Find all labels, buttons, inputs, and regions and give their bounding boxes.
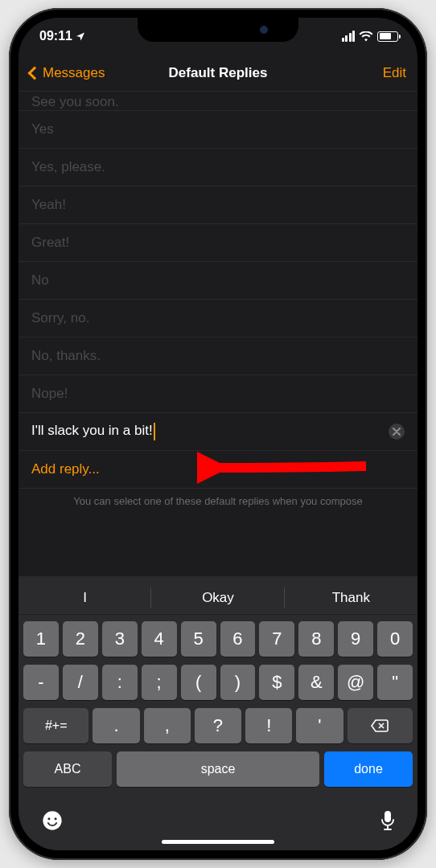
list-item[interactable]: Yes xyxy=(19,111,417,149)
list-item[interactable]: No, thanks. xyxy=(19,338,417,375)
wifi-icon xyxy=(359,31,373,42)
key-colon[interactable]: : xyxy=(102,665,138,700)
key-8[interactable]: 8 xyxy=(298,621,334,657)
key-1[interactable]: 1 xyxy=(23,621,59,657)
key-abc[interactable]: ABC xyxy=(23,751,112,787)
list-item[interactable]: Nope! xyxy=(19,375,417,413)
page-title: Default Replies xyxy=(169,65,268,81)
list-item[interactable]: Great! xyxy=(19,224,417,262)
key-done[interactable]: done xyxy=(324,751,413,787)
edit-button[interactable]: Edit xyxy=(383,65,406,81)
list-item[interactable]: Sorry, no. xyxy=(19,300,417,338)
key-backspace[interactable] xyxy=(348,708,413,743)
suggestion[interactable]: Thank xyxy=(285,581,417,614)
status-time-area: 09:11 xyxy=(39,29,85,43)
svg-point-2 xyxy=(55,817,57,820)
chevron-left-icon xyxy=(28,66,42,80)
emoji-icon[interactable] xyxy=(41,809,64,832)
key-rparen[interactable]: ) xyxy=(220,665,256,700)
keyboard: I Okay Thank 1 2 3 4 5 6 7 8 9 0 xyxy=(19,576,417,850)
key-5[interactable]: 5 xyxy=(181,621,216,657)
key-6[interactable]: 6 xyxy=(220,621,256,657)
key-0[interactable]: 0 xyxy=(377,621,413,657)
keyboard-suggestions: I Okay Thank xyxy=(19,581,417,615)
key-dash[interactable]: - xyxy=(23,665,59,700)
svg-point-1 xyxy=(47,817,50,820)
backspace-icon xyxy=(370,719,389,733)
location-icon xyxy=(76,31,85,41)
back-label: Messages xyxy=(43,65,105,81)
phone-frame: 09:11 Messages Default Replies Edit See … xyxy=(9,8,427,860)
key-period[interactable]: . xyxy=(93,708,139,743)
key-lparen[interactable]: ( xyxy=(181,665,216,700)
list-item[interactable]: Yeah! xyxy=(19,186,417,224)
close-icon xyxy=(393,428,401,436)
mic-icon[interactable] xyxy=(380,810,395,831)
key-amp[interactable]: & xyxy=(298,665,334,700)
home-indicator[interactable] xyxy=(162,840,274,844)
notch xyxy=(138,18,298,42)
key-at[interactable]: @ xyxy=(338,665,373,700)
status-icons xyxy=(342,31,399,42)
status-time: 09:11 xyxy=(39,29,72,43)
key-2[interactable]: 2 xyxy=(63,621,98,657)
footer-text: You can select one of these default repl… xyxy=(19,489,417,509)
key-symbols[interactable]: #+= xyxy=(23,708,88,743)
input-value: I'll slack you in a bit! xyxy=(31,423,153,438)
key-semicolon[interactable]: ; xyxy=(142,665,177,700)
keyboard-footer xyxy=(19,798,417,837)
key-4[interactable]: 4 xyxy=(142,621,177,657)
new-reply-input-row[interactable]: I'll slack you in a bit! xyxy=(19,413,417,451)
key-quote[interactable]: " xyxy=(377,665,413,700)
key-3[interactable]: 3 xyxy=(102,621,138,657)
key-comma[interactable]: , xyxy=(144,708,191,743)
text-cursor xyxy=(154,423,155,440)
key-exclaim[interactable]: ! xyxy=(245,708,292,743)
cellular-icon xyxy=(342,31,356,42)
key-slash[interactable]: / xyxy=(63,665,98,700)
svg-rect-3 xyxy=(385,811,391,822)
suggestion[interactable]: Okay xyxy=(151,581,284,614)
screen: 09:11 Messages Default Replies Edit See … xyxy=(19,18,417,850)
new-reply-input[interactable]: I'll slack you in a bit! xyxy=(31,423,389,440)
nav-bar: Messages Default Replies Edit xyxy=(19,55,417,92)
key-dollar[interactable]: $ xyxy=(259,665,294,700)
key-9[interactable]: 9 xyxy=(338,621,373,657)
key-apostrophe[interactable]: ' xyxy=(296,708,343,743)
svg-point-0 xyxy=(43,811,61,829)
suggestion[interactable]: I xyxy=(19,581,151,614)
back-button[interactable]: Messages xyxy=(30,65,105,81)
list-item[interactable]: Yes, please. xyxy=(19,149,417,186)
clear-button[interactable] xyxy=(389,424,405,440)
replies-list[interactable]: See you soon. Yes Yes, please. Yeah! Gre… xyxy=(19,92,417,509)
key-7[interactable]: 7 xyxy=(259,621,294,657)
battery-icon xyxy=(377,31,398,42)
key-question[interactable]: ? xyxy=(195,708,241,743)
add-reply-button[interactable]: Add reply... xyxy=(19,451,417,489)
keyboard-keys: 1 2 3 4 5 6 7 8 9 0 - / : ; ( ) xyxy=(19,615,417,798)
list-item[interactable]: See you soon. xyxy=(19,92,417,111)
key-space[interactable]: space xyxy=(117,751,319,787)
list-item[interactable]: No xyxy=(19,262,417,300)
